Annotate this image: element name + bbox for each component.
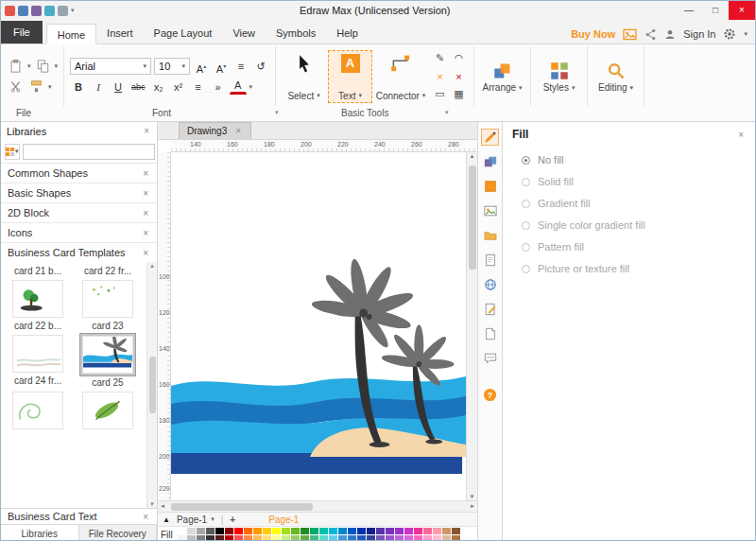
palette-swatch[interactable] <box>395 528 404 534</box>
connection-point-tool-icon[interactable]: × <box>431 68 449 85</box>
palette-swatch[interactable] <box>348 535 356 541</box>
grow-font-button[interactable]: A▴ <box>193 58 210 75</box>
clipart-icon[interactable] <box>481 252 499 269</box>
palette-swatch[interactable] <box>310 528 318 534</box>
palette-swatch[interactable] <box>187 535 196 541</box>
palette-swatch[interactable] <box>386 528 394 534</box>
palette-swatch[interactable] <box>187 528 196 534</box>
rectangle-tool-icon[interactable]: ▭ <box>431 86 449 103</box>
palette-swatch[interactable] <box>253 528 262 534</box>
font-color-dropdown-icon[interactable]: ▾ <box>249 83 253 91</box>
palette-swatch[interactable] <box>263 528 271 534</box>
palette-swatch[interactable] <box>225 535 233 541</box>
connector-tool-button[interactable]: Connector▾ <box>374 50 427 103</box>
editing-button[interactable]: Editing▾ <box>593 58 638 95</box>
styles-button[interactable]: Styles▾ <box>537 58 581 95</box>
copy-button[interactable] <box>34 58 52 75</box>
theme-icon[interactable] <box>481 153 499 170</box>
palette-swatch[interactable] <box>234 535 243 541</box>
palette-swatch[interactable] <box>178 528 186 534</box>
app-logo-icon[interactable] <box>5 6 15 16</box>
font-size-select[interactable]: 10 ▾ <box>154 58 190 75</box>
fill-format-icon[interactable] <box>481 129 499 146</box>
sign-in-link[interactable]: Sign In <box>683 28 715 40</box>
palette-swatch[interactable] <box>253 535 262 541</box>
palette-swatch[interactable] <box>329 535 337 541</box>
superscript-button[interactable]: x² <box>170 79 187 96</box>
tab-help[interactable]: Help <box>326 23 369 44</box>
horizontal-scrollbar-thumb[interactable] <box>171 503 313 511</box>
close-icon[interactable]: × <box>141 248 150 258</box>
palette-swatch[interactable] <box>404 528 413 534</box>
close-icon[interactable]: × <box>141 512 150 522</box>
close-icon[interactable]: × <box>141 208 150 218</box>
tab-libraries[interactable]: Libraries <box>1 525 79 541</box>
vertical-scrollbar-thumb[interactable] <box>469 166 476 270</box>
paste-dropdown-icon[interactable]: ▾ <box>27 62 31 70</box>
comment-icon[interactable] <box>481 350 499 367</box>
palette-swatch[interactable] <box>301 535 309 541</box>
palette-swatch[interactable] <box>338 528 347 534</box>
picture-icon[interactable] <box>481 202 499 219</box>
palette-swatch[interactable] <box>386 535 394 541</box>
underline-button[interactable]: U <box>110 79 127 96</box>
template-card[interactable] <box>3 390 73 431</box>
palette-swatch[interactable] <box>178 535 186 541</box>
buy-now-link[interactable]: Buy Now <box>571 28 615 40</box>
font-color-button[interactable]: A <box>230 79 247 95</box>
template-card[interactable]: card 22 fr... <box>73 265 143 276</box>
palette-swatch[interactable] <box>282 528 290 534</box>
subscript-button[interactable]: x₂ <box>150 79 167 96</box>
scroll-left-icon[interactable]: ◄ <box>160 503 165 509</box>
libraries-close-icon[interactable]: × <box>142 126 151 136</box>
palette-swatch[interactable] <box>433 535 441 541</box>
palette-swatch[interactable] <box>423 528 432 534</box>
palette-swatch[interactable] <box>244 535 252 541</box>
palette-swatch[interactable] <box>310 535 318 541</box>
gear-icon[interactable] <box>723 27 736 41</box>
scroll-down-icon[interactable]: ▼ <box>467 494 477 499</box>
palette-swatch[interactable] <box>319 535 328 541</box>
palette-swatch[interactable] <box>452 528 460 534</box>
font-dialog-launcher-icon[interactable]: ▾ <box>275 109 279 116</box>
palette-swatch[interactable] <box>215 528 224 534</box>
palette-swatch[interactable] <box>348 528 356 534</box>
settings-dropdown-icon[interactable]: ▾ <box>744 30 747 38</box>
palette-swatch[interactable] <box>301 528 309 534</box>
sidebar-item-basic-shapes[interactable]: Basic Shapes × <box>1 183 157 202</box>
tab-view[interactable]: View <box>222 23 266 44</box>
palette-swatch[interactable] <box>357 528 366 534</box>
fill-option[interactable]: Gradient fill <box>522 198 755 209</box>
tab-home[interactable]: Home <box>46 24 96 44</box>
fill-panel-close-icon[interactable]: × <box>736 130 746 140</box>
template-card[interactable]: card 21 b... <box>3 265 73 276</box>
redo-icon[interactable] <box>44 6 55 16</box>
palette-swatch[interactable] <box>414 535 422 541</box>
undo-icon[interactable] <box>31 6 42 16</box>
bold-button[interactable]: B <box>70 79 87 96</box>
file-menu-button[interactable]: File <box>1 21 43 44</box>
palette-swatch[interactable] <box>197 535 205 541</box>
close-button[interactable]: × <box>729 1 755 20</box>
save-icon[interactable] <box>18 6 28 16</box>
indent-button[interactable]: » <box>210 79 227 96</box>
sidebar-item-business-card-templates[interactable]: Business Card Templates × <box>1 242 157 262</box>
template-card[interactable]: card 24 fr... <box>3 333 73 388</box>
palette-swatch[interactable] <box>404 535 413 541</box>
palette-swatch[interactable] <box>338 535 347 541</box>
template-card-selected[interactable]: card 25 <box>73 333 143 388</box>
close-icon[interactable]: × <box>141 188 150 199</box>
palette-swatch[interactable] <box>329 528 337 534</box>
horizontal-scrollbar[interactable]: ◄ ► <box>158 500 477 512</box>
italic-button[interactable]: I <box>90 79 107 96</box>
fill-option[interactable]: No fill <box>522 154 755 166</box>
fill-option[interactable]: Picture or texture fill <box>522 263 755 274</box>
palette-swatch[interactable] <box>234 528 243 534</box>
shrink-font-button[interactable]: A▾ <box>213 58 230 75</box>
palette-swatch[interactable] <box>197 528 205 534</box>
document-icon[interactable] <box>481 325 499 342</box>
palette-swatch[interactable] <box>291 535 300 541</box>
fill-option[interactable]: Single color gradient fill <box>522 219 755 231</box>
template-card[interactable]: card 23 <box>73 278 143 331</box>
library-menu-button[interactable]: ▾ <box>5 144 20 160</box>
